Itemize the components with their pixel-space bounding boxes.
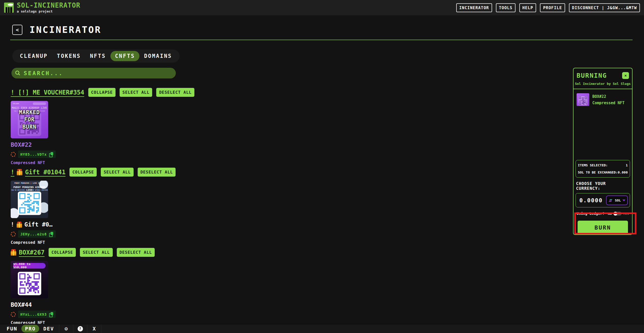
nft-group-me-voucher: ! [!] ME VOUCHER#354 COLLAPSE SELECT ALL…: [11, 88, 194, 165]
sol-exchanged-value: 0.000: [618, 170, 628, 174]
nft-image[interactable]: PUDGY PENGUINS | LIVE IS NOW PUDGY PENGU…: [11, 181, 48, 218]
copy-icon[interactable]: [49, 232, 53, 236]
copy-icon[interactable]: [49, 152, 53, 156]
footer-filler: [101, 324, 644, 333]
spinner-icon: [11, 152, 16, 157]
brand[interactable]: SOL-INCINERATOR a solslugs project: [4, 2, 80, 13]
selected-item-thumbnail: [577, 93, 589, 106]
panel-subtitle: Sol Incinerator by Sol Slugs: [574, 80, 632, 89]
x-logo-icon: X: [93, 326, 96, 332]
qr-code: [18, 272, 41, 295]
burn-button[interactable]: BURN: [578, 221, 628, 234]
panel-title: BURNING: [577, 72, 607, 79]
question-icon: ?: [78, 326, 83, 331]
marked-for-burn-overlay: MARKED FOR BURN: [11, 101, 48, 138]
mode-dev[interactable]: DEV: [41, 325, 56, 332]
stats-box: ITEMS SELECTED: 1 SOL TO BE EXCHANGED: 0…: [576, 160, 630, 178]
nft-name-prefix: !: [11, 221, 14, 228]
sol-exchanged-label: SOL TO BE EXCHANGED:: [578, 170, 618, 174]
tab-cleanup[interactable]: CLEANUP: [15, 51, 52, 61]
qr-code: [578, 96, 588, 105]
ledger-no-label: No: [608, 212, 612, 216]
settings-button[interactable]: ⚙: [59, 324, 73, 333]
qr-code: [18, 192, 41, 215]
amount-input[interactable]: [579, 197, 605, 204]
selected-item-row[interactable]: BOX#22 Compressed NFT: [574, 89, 632, 110]
selected-item-name: BOX#22: [592, 94, 624, 99]
nav-disconnect-wallet-button[interactable]: DISCONNECT | J&GW...&MTW: [569, 3, 640, 12]
deselect-all-button[interactable]: DESELECT ALL: [156, 88, 194, 97]
nav-help-button[interactable]: HELP: [519, 3, 536, 12]
toggle-knob: [613, 212, 617, 216]
nft-address: HYxL...GX93: [20, 312, 47, 316]
help-button[interactable]: ?: [73, 324, 87, 333]
deselect-all-button[interactable]: DESELECT ALL: [117, 248, 155, 257]
top-nav: INCINERATOR TOOLS HELP PROFILE DISCONNEC…: [456, 3, 640, 12]
image-subline: YOU'VE RECEIVED A 100,000 $PENGU VOUCHER: [11, 189, 48, 191]
currency-dropdown[interactable]: SOL: [606, 195, 628, 205]
currency-value: SOL: [615, 198, 621, 202]
tab-cnfts[interactable]: CNFTS: [110, 51, 139, 61]
image-topline: PUDGY PENGUINS | LIVE IS NOW: [11, 182, 48, 184]
spinner-icon: [11, 232, 16, 237]
nft-group-box: BOX#267 COLLAPSE SELECT ALL DESELECT ALL…: [11, 248, 155, 325]
page-title: INCINERATOR: [30, 24, 101, 35]
nav-tools-button[interactable]: TOOLS: [496, 3, 516, 12]
brand-title: SOL-INCINERATOR: [17, 2, 80, 9]
address-pill[interactable]: JEHy...e2s8: [18, 230, 56, 238]
select-all-button[interactable]: SELECT ALL: [80, 248, 112, 257]
copy-icon[interactable]: [49, 312, 53, 316]
ledger-toggle[interactable]: [613, 212, 622, 216]
mode-fun[interactable]: FUN: [4, 325, 20, 332]
twitter-x-button[interactable]: X: [87, 324, 101, 333]
nft-type: Compressed NFT: [11, 240, 72, 245]
currency-box: SOL: [576, 193, 630, 207]
collapse-button[interactable]: COLLAPSE: [88, 88, 116, 97]
collection-title: ! [!] ME VOUCHER#354: [11, 89, 84, 96]
nav-profile-button[interactable]: PROFILE: [540, 3, 565, 12]
collection-link[interactable]: ! Gift #01041: [11, 169, 65, 176]
burning-panel: BURNING × Sol Incinerator by Sol Slugs B…: [573, 68, 633, 235]
tab-nfts[interactable]: NFTS: [85, 51, 110, 61]
collection-link[interactable]: BOX#267: [11, 249, 45, 256]
nft-name: BOX#44: [11, 301, 72, 308]
tab-bar: CLEANUP TOKENS NFTS CNFTS DOMAINS: [12, 49, 180, 63]
nft-image[interactable]: $5,000 to $50,000: [11, 261, 48, 298]
gift-icon: [11, 249, 16, 256]
nft-card: $5,000 to $50,000 BOX#44 HYxL...GX93 Com…: [11, 261, 72, 325]
select-all-button[interactable]: SELECT ALL: [120, 88, 152, 97]
collapse-button[interactable]: COLLAPSE: [49, 248, 76, 257]
bottom-bar: FUN PRO DEV ⚙ ? X: [0, 324, 644, 333]
collection-link[interactable]: ! [!] ME VOUCHER#354: [11, 89, 84, 96]
back-button[interactable]: <: [12, 25, 22, 35]
ledger-yes-label: Yes: [623, 212, 629, 216]
nft-name-text: Gift #0…: [24, 221, 53, 228]
nft-address: JEHy...e2s8: [20, 232, 47, 236]
top-bar: SOL-INCINERATOR a solslugs project INCIN…: [0, 0, 644, 15]
address-pill[interactable]: HY85...VDTx: [18, 151, 56, 158]
nft-group-gift: ! Gift #01041 COLLAPSE SELECT ALL DESELE…: [11, 168, 176, 245]
search-input[interactable]: [24, 70, 172, 76]
nft-address: HY85...VDTx: [20, 152, 47, 156]
items-selected-value: 1: [626, 163, 628, 167]
mode-pro[interactable]: PRO: [21, 325, 39, 332]
page-head: < INCINERATOR: [12, 24, 101, 35]
address-pill[interactable]: HYxL...GX93: [18, 311, 56, 318]
chevron-down-icon: [622, 199, 625, 201]
ledger-row: Using Ledger? No Yes: [577, 211, 629, 216]
collapse-button[interactable]: COLLAPSE: [69, 168, 97, 177]
gift-icon: [17, 221, 22, 228]
close-icon[interactable]: ×: [622, 72, 629, 79]
nav-incinerator-button[interactable]: INCINERATOR: [456, 3, 492, 12]
nft-image[interactable]: SOLANA MAGIC EDEN AIRDROP LIVE YOU'VE RE…: [11, 101, 48, 138]
tab-domains[interactable]: DOMAINS: [139, 51, 177, 61]
nft-type: Compressed NFT: [11, 160, 72, 165]
currency-label: CHOOSE YOUR CURRENCY:: [576, 181, 629, 191]
select-all-button[interactable]: SELECT ALL: [101, 168, 133, 177]
nft-card: SOLANA MAGIC EDEN AIRDROP LIVE YOU'VE RE…: [11, 101, 72, 165]
search-bar: [11, 68, 176, 78]
deselect-all-button[interactable]: DESELECT ALL: [138, 168, 176, 177]
tab-tokens[interactable]: TOKENS: [52, 51, 85, 61]
collection-title: BOX#267: [19, 249, 45, 256]
ledger-label: Using Ledger?: [577, 211, 608, 216]
